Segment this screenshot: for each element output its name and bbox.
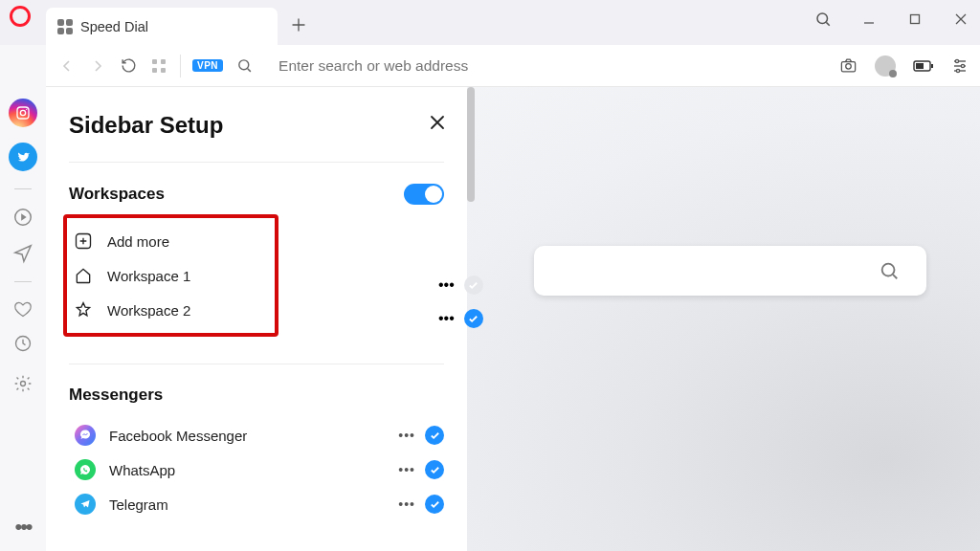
vpn-badge[interactable]: VPN (192, 59, 223, 72)
star-icon (73, 299, 94, 320)
svg-point-20 (956, 69, 959, 72)
close-panel-button[interactable] (429, 114, 446, 131)
panel-title: Sidebar Setup (69, 112, 444, 139)
heart-icon[interactable] (13, 299, 33, 319)
svg-rect-6 (152, 68, 157, 73)
twitter-icon[interactable] (9, 143, 37, 171)
tab-speed-dial[interactable]: Speed Dial (46, 8, 278, 45)
speed-dial-grid-icon[interactable] (149, 56, 168, 76)
profile-avatar[interactable] (875, 55, 896, 77)
speed-dial-icon (57, 19, 73, 34)
svg-point-19 (961, 64, 964, 67)
sidebar-setup-panel: Sidebar Setup Workspaces Add more Worksp… (46, 87, 467, 551)
home-icon (73, 265, 94, 286)
svg-line-9 (247, 69, 250, 72)
speed-dial-search[interactable] (534, 246, 926, 296)
opera-logo-icon[interactable] (10, 6, 31, 27)
messenger-tg-label: Telegram (109, 496, 168, 513)
svg-rect-21 (17, 107, 29, 119)
svg-point-26 (21, 382, 26, 386)
sidebar-rail: ••• (0, 45, 46, 551)
search-tabs-icon[interactable] (812, 8, 835, 31)
tab-title: Speed Dial (80, 19, 148, 34)
add-workspace-label: Add more (107, 233, 169, 250)
svg-rect-4 (152, 59, 157, 64)
instagram-icon[interactable] (9, 99, 37, 127)
titlebar: Speed Dial (0, 0, 980, 45)
svg-point-0 (817, 13, 828, 24)
history-icon[interactable] (13, 334, 33, 353)
settings-icon[interactable] (13, 374, 33, 393)
address-input[interactable] (278, 57, 828, 75)
svg-rect-13 (931, 64, 933, 68)
send-icon[interactable] (12, 243, 33, 264)
svg-point-11 (846, 64, 852, 70)
svg-point-22 (20, 110, 25, 115)
svg-point-8 (238, 60, 248, 70)
svg-rect-7 (161, 68, 166, 73)
messenger-item-telegram[interactable]: Telegram (69, 487, 398, 521)
messenger-fb-check[interactable] (425, 426, 444, 445)
workspaces-heading: Workspaces (69, 185, 165, 204)
telegram-icon (75, 494, 96, 515)
new-tab-button[interactable] (287, 13, 310, 36)
snapshot-icon[interactable] (839, 56, 858, 75)
messenger-tg-more[interactable]: ••• (398, 496, 415, 512)
workspace-1-label: Workspace 1 (107, 268, 190, 284)
easy-setup-icon[interactable] (951, 57, 969, 75)
messenger-fb-label: Facebook Messenger (109, 428, 247, 444)
address-bar: VPN (46, 45, 980, 87)
workspaces-toggle[interactable] (404, 184, 444, 205)
back-button[interactable] (57, 56, 77, 76)
messenger-fb-more[interactable]: ••• (398, 428, 415, 443)
messenger-item-whatsapp[interactable]: WhatsApp (69, 452, 398, 487)
svg-point-18 (955, 59, 958, 62)
battery-icon[interactable] (913, 59, 934, 73)
search-icon[interactable] (234, 56, 254, 76)
maximize-button[interactable] (903, 8, 926, 31)
messengers-heading: Messengers (69, 386, 163, 405)
plus-square-icon (73, 231, 94, 252)
workspace-item-1[interactable]: Workspace 1 (67, 258, 275, 293)
svg-line-28 (893, 275, 897, 278)
player-icon[interactable] (12, 207, 33, 228)
add-workspace-button[interactable]: Add more (67, 224, 275, 258)
annotation-highlight: Add more Workspace 1 Workspace 2 (63, 214, 278, 337)
messenger-wa-more[interactable]: ••• (398, 462, 415, 477)
messenger-wa-label: WhatsApp (109, 462, 175, 478)
scrollbar-thumb[interactable] (467, 87, 475, 202)
svg-line-1 (826, 22, 829, 25)
workspace-2-more[interactable]: ••• (438, 310, 455, 327)
whatsapp-icon (75, 459, 96, 480)
messenger-tg-check[interactable] (425, 495, 444, 514)
svg-rect-3 (911, 15, 920, 24)
svg-point-27 (882, 264, 895, 276)
close-button[interactable] (949, 8, 972, 31)
minimize-button[interactable] (858, 8, 880, 31)
workspace-2-check[interactable] (464, 309, 483, 328)
reload-button[interactable] (119, 56, 138, 76)
workspace-1-more[interactable]: ••• (438, 276, 455, 294)
svg-rect-5 (161, 59, 166, 64)
more-icon[interactable]: ••• (14, 515, 31, 540)
facebook-messenger-icon (75, 425, 96, 446)
rail-divider (14, 281, 32, 282)
messenger-wa-check[interactable] (425, 460, 444, 479)
workspace-1-check[interactable] (464, 276, 483, 295)
rail-divider (14, 188, 32, 189)
svg-point-23 (26, 109, 27, 110)
workspace-item-2[interactable]: Workspace 2 (67, 293, 275, 327)
workspace-2-label: Workspace 2 (107, 302, 190, 319)
search-icon (879, 260, 900, 281)
forward-button[interactable] (88, 56, 107, 76)
svg-rect-14 (916, 63, 924, 69)
messenger-item-facebook[interactable]: Facebook Messenger (69, 418, 398, 452)
